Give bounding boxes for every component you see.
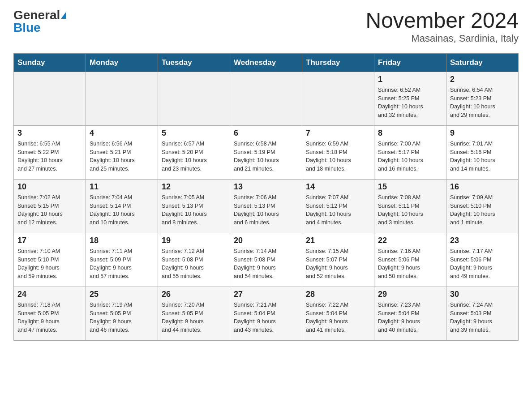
calendar-cell: 6Sunrise: 6:58 AM Sunset: 5:19 PM Daylig… <box>230 125 302 179</box>
day-number: 17 <box>17 236 82 245</box>
day-info: Sunrise: 7:17 AM Sunset: 5:06 PM Dayligh… <box>450 247 515 281</box>
calendar-cell: 3Sunrise: 6:55 AM Sunset: 5:22 PM Daylig… <box>14 125 86 179</box>
calendar-cell: 11Sunrise: 7:04 AM Sunset: 5:14 PM Dayli… <box>86 179 158 233</box>
calendar-cell: 19Sunrise: 7:12 AM Sunset: 5:08 PM Dayli… <box>158 233 230 287</box>
day-info: Sunrise: 7:14 AM Sunset: 5:08 PM Dayligh… <box>234 247 298 281</box>
day-info: Sunrise: 7:16 AM Sunset: 5:06 PM Dayligh… <box>378 247 442 281</box>
day-info: Sunrise: 7:04 AM Sunset: 5:14 PM Dayligh… <box>90 193 154 227</box>
calendar-cell: 28Sunrise: 7:22 AM Sunset: 5:04 PM Dayli… <box>302 287 374 340</box>
logo-triangle-icon <box>61 12 66 19</box>
calendar-cell: 21Sunrise: 7:15 AM Sunset: 5:07 PM Dayli… <box>302 233 374 287</box>
day-number: 21 <box>306 236 370 245</box>
day-info: Sunrise: 6:55 AM Sunset: 5:22 PM Dayligh… <box>17 140 82 173</box>
title-block: November 2024 Masainas, Sardinia, Italy <box>365 9 519 44</box>
day-number: 12 <box>162 182 226 192</box>
day-number: 5 <box>162 128 226 138</box>
calendar-cell: 20Sunrise: 7:14 AM Sunset: 5:08 PM Dayli… <box>230 233 302 287</box>
week-row-2: 3Sunrise: 6:55 AM Sunset: 5:22 PM Daylig… <box>14 125 519 179</box>
day-number: 24 <box>17 290 82 299</box>
day-info: Sunrise: 7:12 AM Sunset: 5:08 PM Dayligh… <box>162 247 226 281</box>
location-title: Masainas, Sardinia, Italy <box>365 33 519 44</box>
day-number: 14 <box>306 182 370 192</box>
month-title: November 2024 <box>365 9 519 33</box>
day-info: Sunrise: 6:59 AM Sunset: 5:18 PM Dayligh… <box>306 140 370 173</box>
day-number: 19 <box>162 236 226 245</box>
calendar-cell: 15Sunrise: 7:08 AM Sunset: 5:11 PM Dayli… <box>374 179 446 233</box>
day-number: 3 <box>17 128 82 138</box>
calendar-cell <box>302 72 374 125</box>
day-info: Sunrise: 7:06 AM Sunset: 5:13 PM Dayligh… <box>234 193 298 227</box>
day-info: Sunrise: 7:07 AM Sunset: 5:12 PM Dayligh… <box>306 193 370 227</box>
day-number: 4 <box>90 128 154 138</box>
day-number: 10 <box>17 182 82 192</box>
day-info: Sunrise: 6:52 AM Sunset: 5:25 PM Dayligh… <box>378 86 442 120</box>
day-number: 28 <box>306 290 370 299</box>
day-number: 30 <box>450 290 515 299</box>
day-info: Sunrise: 7:05 AM Sunset: 5:13 PM Dayligh… <box>162 193 226 227</box>
calendar-cell: 22Sunrise: 7:16 AM Sunset: 5:06 PM Dayli… <box>374 233 446 287</box>
day-number: 20 <box>234 236 298 245</box>
logo-general-text: General <box>13 9 60 21</box>
day-info: Sunrise: 7:23 AM Sunset: 5:04 PM Dayligh… <box>378 301 442 334</box>
day-info: Sunrise: 7:24 AM Sunset: 5:03 PM Dayligh… <box>450 301 515 334</box>
header-sunday: Sunday <box>14 53 86 72</box>
day-number: 1 <box>378 75 442 84</box>
day-number: 18 <box>90 236 154 245</box>
calendar-cell: 18Sunrise: 7:11 AM Sunset: 5:09 PM Dayli… <box>86 233 158 287</box>
calendar-cell: 16Sunrise: 7:09 AM Sunset: 5:10 PM Dayli… <box>446 179 519 233</box>
day-number: 15 <box>378 182 442 192</box>
day-number: 23 <box>450 236 515 245</box>
day-info: Sunrise: 6:57 AM Sunset: 5:20 PM Dayligh… <box>162 140 226 173</box>
logo-blue-text: Blue <box>13 21 41 34</box>
day-number: 13 <box>234 182 298 192</box>
day-number: 11 <box>90 182 154 192</box>
day-number: 2 <box>450 75 515 84</box>
header-thursday: Thursday <box>302 53 374 72</box>
calendar-table: SundayMondayTuesdayWednesdayThursdayFrid… <box>13 53 519 341</box>
day-info: Sunrise: 7:22 AM Sunset: 5:04 PM Dayligh… <box>306 301 370 334</box>
day-number: 7 <box>306 128 370 138</box>
day-info: Sunrise: 7:11 AM Sunset: 5:09 PM Dayligh… <box>90 247 154 281</box>
calendar-cell: 29Sunrise: 7:23 AM Sunset: 5:04 PM Dayli… <box>374 287 446 340</box>
header-tuesday: Tuesday <box>158 53 230 72</box>
calendar-cell: 25Sunrise: 7:19 AM Sunset: 5:05 PM Dayli… <box>86 287 158 340</box>
calendar-cell: 7Sunrise: 6:59 AM Sunset: 5:18 PM Daylig… <box>302 125 374 179</box>
calendar-cell: 10Sunrise: 7:02 AM Sunset: 5:15 PM Dayli… <box>14 179 86 233</box>
calendar-cell: 26Sunrise: 7:20 AM Sunset: 5:05 PM Dayli… <box>158 287 230 340</box>
calendar-cell: 12Sunrise: 7:05 AM Sunset: 5:13 PM Dayli… <box>158 179 230 233</box>
week-row-3: 10Sunrise: 7:02 AM Sunset: 5:15 PM Dayli… <box>14 179 519 233</box>
logo: General Blue <box>13 9 66 34</box>
header-saturday: Saturday <box>446 53 519 72</box>
calendar-cell <box>14 72 86 125</box>
week-row-4: 17Sunrise: 7:10 AM Sunset: 5:10 PM Dayli… <box>14 233 519 287</box>
week-row-1: 1Sunrise: 6:52 AM Sunset: 5:25 PM Daylig… <box>14 72 519 125</box>
day-number: 9 <box>450 128 515 138</box>
calendar-cell: 14Sunrise: 7:07 AM Sunset: 5:12 PM Dayli… <box>302 179 374 233</box>
calendar-cell <box>158 72 230 125</box>
day-info: Sunrise: 7:18 AM Sunset: 5:05 PM Dayligh… <box>17 301 82 334</box>
day-info: Sunrise: 7:15 AM Sunset: 5:07 PM Dayligh… <box>306 247 370 281</box>
day-number: 16 <box>450 182 515 192</box>
calendar-cell: 17Sunrise: 7:10 AM Sunset: 5:10 PM Dayli… <box>14 233 86 287</box>
calendar-cell: 27Sunrise: 7:21 AM Sunset: 5:04 PM Dayli… <box>230 287 302 340</box>
day-info: Sunrise: 7:00 AM Sunset: 5:17 PM Dayligh… <box>378 140 442 173</box>
calendar-cell <box>86 72 158 125</box>
calendar-cell: 2Sunrise: 6:54 AM Sunset: 5:23 PM Daylig… <box>446 72 519 125</box>
day-info: Sunrise: 7:09 AM Sunset: 5:10 PM Dayligh… <box>450 193 515 227</box>
day-number: 8 <box>378 128 442 138</box>
day-number: 6 <box>234 128 298 138</box>
day-info: Sunrise: 6:58 AM Sunset: 5:19 PM Dayligh… <box>234 140 298 173</box>
day-number: 29 <box>378 290 442 299</box>
day-info: Sunrise: 7:21 AM Sunset: 5:04 PM Dayligh… <box>234 301 298 334</box>
calendar-cell: 23Sunrise: 7:17 AM Sunset: 5:06 PM Dayli… <box>446 233 519 287</box>
calendar-cell: 1Sunrise: 6:52 AM Sunset: 5:25 PM Daylig… <box>374 72 446 125</box>
day-info: Sunrise: 6:56 AM Sunset: 5:21 PM Dayligh… <box>90 140 154 173</box>
day-info: Sunrise: 7:02 AM Sunset: 5:15 PM Dayligh… <box>17 193 82 227</box>
header-friday: Friday <box>374 53 446 72</box>
week-row-5: 24Sunrise: 7:18 AM Sunset: 5:05 PM Dayli… <box>14 287 519 340</box>
day-number: 27 <box>234 290 298 299</box>
calendar-cell: 8Sunrise: 7:00 AM Sunset: 5:17 PM Daylig… <box>374 125 446 179</box>
day-info: Sunrise: 7:19 AM Sunset: 5:05 PM Dayligh… <box>90 301 154 334</box>
day-info: Sunrise: 7:10 AM Sunset: 5:10 PM Dayligh… <box>17 247 82 281</box>
header-wednesday: Wednesday <box>230 53 302 72</box>
